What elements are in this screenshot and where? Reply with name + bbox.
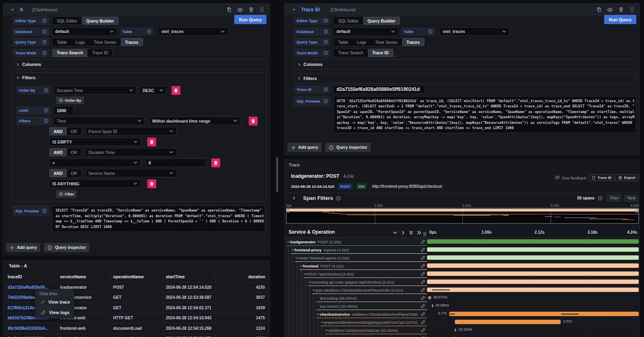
column-header-traceid[interactable]: traceID (5, 271, 58, 282)
span-link-icon[interactable] (421, 304, 425, 308)
database-select[interactable]: default (52, 27, 117, 36)
column-header-operationname[interactable]: operationName (111, 271, 163, 282)
gantt-row[interactable] (427, 286, 639, 294)
remove-condition-button[interactable] (211, 158, 220, 167)
info-icon[interactable] (324, 40, 328, 44)
gantt-row[interactable] (427, 270, 639, 278)
columns-section[interactable]: Columns (12, 59, 266, 70)
option-traces[interactable]: Traces (121, 38, 143, 46)
collapse-span-icon[interactable] (325, 329, 328, 332)
condition-operator-select[interactable]: IS EMPTY (49, 138, 141, 146)
option-logs[interactable]: Logs (353, 38, 371, 46)
option-trace-id[interactable]: Trace ID (87, 49, 112, 57)
chevron-right-icon[interactable] (292, 196, 296, 200)
database-select[interactable]: default (333, 27, 398, 36)
gantt-row[interactable]: 3.77s (427, 310, 639, 318)
info-icon[interactable] (42, 51, 47, 55)
column-header-servicename[interactable]: serviceName (58, 271, 111, 282)
trace-id-input[interactable]: d2a7155ef6a928a05680e5ff6190241d (333, 85, 425, 94)
option-traces[interactable]: Traces (402, 38, 424, 46)
vertical-scrollbar-thumb[interactable] (276, 157, 278, 192)
prev-span-button[interactable]: Prev (607, 195, 621, 201)
info-icon[interactable] (42, 29, 47, 34)
option-query-builder[interactable]: Query Builder (363, 17, 400, 25)
span-name-row[interactable]: loadgeneratorPOST (4.23s) (285, 238, 427, 246)
span-link-icon[interactable] (421, 288, 425, 292)
hide-query-icon[interactable] (607, 7, 613, 13)
query-inspector-button[interactable]: Query inspector (44, 243, 89, 252)
drag-handle-icon[interactable] (259, 7, 265, 12)
span-name-row[interactable]: checkoutserviceoteldemo.CheckoutService/… (285, 310, 427, 318)
collapse-span-icon[interactable] (295, 256, 299, 260)
span-duration-bar[interactable] (427, 263, 639, 268)
hide-query-icon[interactable] (237, 7, 243, 13)
query-row-header-a[interactable]: A (ClickHouse) (3, 4, 270, 16)
remove-order-by-button[interactable] (171, 86, 180, 95)
collapse-all-icon[interactable] (409, 230, 414, 235)
order-by-direction-select[interactable]: DESC (139, 86, 167, 95)
span-name-row[interactable]: frontendPOST (4.22s) (285, 262, 427, 270)
info-icon[interactable] (428, 29, 433, 34)
next-span-button[interactable]: Next (624, 195, 638, 201)
info-icon[interactable] (336, 196, 341, 201)
span-link-icon[interactable] (421, 296, 425, 300)
span-link-icon[interactable] (421, 271, 425, 276)
option-logs[interactable]: Logs (71, 38, 89, 46)
span-link-icon[interactable] (421, 328, 425, 333)
option-or[interactable]: OR (67, 127, 81, 135)
span-duration-bar[interactable] (427, 247, 639, 252)
filters-section-header[interactable]: Filters (16, 75, 263, 80)
drag-handle-icon[interactable] (629, 7, 635, 12)
duplicate-query-icon[interactable] (596, 7, 602, 12)
span-name-row[interactable]: cartservicePOST /oteldemo.CartService/Ge… (285, 334, 427, 337)
info-icon[interactable] (44, 88, 48, 92)
span-link-icon[interactable] (421, 320, 425, 325)
span-name-row[interactable]: frontend-proxyingress (4.22s) (285, 246, 427, 254)
query-inspector-button[interactable]: Query inspector (325, 143, 371, 152)
limit-input[interactable]: 1000 (54, 106, 74, 115)
span-name-row[interactable]: grpc.oteldemo.CheckoutService/PlaceOrder… (285, 286, 427, 294)
collapse-span-icon[interactable] (287, 240, 290, 244)
panel-title[interactable]: Trace (289, 162, 300, 167)
minimap-drag-handle[interactable] (636, 209, 638, 213)
delete-query-icon[interactable] (248, 7, 254, 12)
span-name-row[interactable]: executing api route (pages) /api/checkou… (285, 278, 427, 286)
duplicate-query-icon[interactable] (226, 7, 232, 12)
gantt-row[interactable] (427, 278, 639, 286)
info-icon[interactable] (324, 87, 328, 92)
collapse-span-icon[interactable] (312, 288, 316, 292)
span-duration-bar[interactable] (455, 320, 560, 324)
condition-operator-select[interactable]: IS ANYTHING (49, 179, 141, 188)
gantt-row[interactable] (427, 246, 639, 254)
condition-field-select[interactable]: Parent Span ID (85, 127, 177, 136)
gantt-row[interactable] (427, 254, 639, 262)
menu-item-view-trace[interactable]: View trace (35, 297, 74, 307)
column-header-starttime[interactable]: startTime (163, 271, 215, 282)
span-name-row[interactable]: POST /api/checkout (4.22s) (285, 270, 427, 278)
span-link-icon[interactable] (421, 255, 425, 260)
gantt-row[interactable]: 20.09ms (427, 302, 639, 310)
span-name-row[interactable]: dns.lookup (65.57ms) (285, 294, 427, 302)
info-icon[interactable] (42, 18, 47, 23)
span-link-icon[interactable] (421, 239, 425, 244)
option-time-series[interactable]: Time Series (371, 38, 402, 46)
info-icon[interactable] (147, 29, 151, 34)
span-name-row[interactable]: router frontend egress (4.22s) (285, 254, 427, 262)
query-name[interactable]: A (20, 7, 23, 12)
give-feedback-button[interactable]: Give feedback (555, 175, 586, 180)
info-icon[interactable] (324, 99, 328, 103)
trace-id-button[interactable]: Trace ID (589, 175, 614, 181)
condition-field-select[interactable]: Duration Time (85, 148, 177, 156)
column-header-duration[interactable]: duration (215, 271, 268, 282)
gantt-row[interactable] (427, 262, 639, 270)
minimap-drag-handle[interactable] (287, 209, 289, 213)
run-query-button[interactable]: Run Query (234, 15, 266, 24)
table-select[interactable]: otel_traces (440, 27, 510, 36)
filter-value-select[interactable]: Within dashboard time range (149, 117, 241, 125)
span-link-icon[interactable] (421, 312, 425, 316)
span-duration-bar[interactable] (449, 312, 639, 316)
option-trace-search[interactable]: Trace Search (52, 49, 87, 57)
expand-all-icon[interactable] (417, 230, 422, 235)
trace-id-link[interactable]: 2ee7eefe91941990e... (5, 334, 58, 337)
columns-section[interactable]: Columns (294, 59, 636, 70)
